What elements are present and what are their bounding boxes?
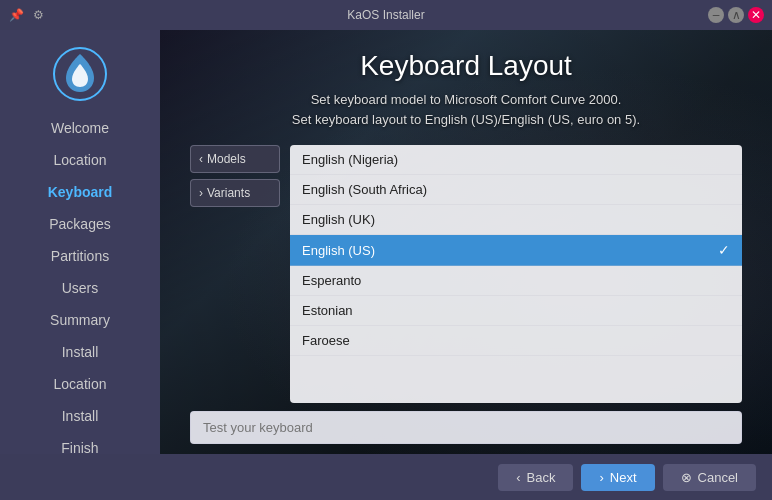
titlebar-left-icons: 📌 ⚙ (8, 7, 46, 23)
sidebar-nav: Welcome Location Keyboard Packages Parti… (0, 112, 160, 454)
list-item[interactable]: Esperanto (290, 266, 742, 296)
page-title: Keyboard Layout (190, 50, 742, 82)
sidebar-item-install2[interactable]: Install (0, 400, 160, 432)
sidebar-item-summary[interactable]: Summary (0, 304, 160, 336)
test-input-row (190, 411, 742, 444)
window-content: Welcome Location Keyboard Packages Parti… (0, 30, 772, 454)
side-buttons: ‹ Models › Variants (190, 145, 280, 403)
next-button[interactable]: › Next (581, 464, 654, 491)
variants-icon: › (199, 186, 203, 200)
variants-button[interactable]: › Variants (190, 179, 280, 207)
list-item[interactable]: Estonian (290, 296, 742, 326)
models-icon: ‹ (199, 152, 203, 166)
list-item-selected[interactable]: English (US) ✓ (290, 235, 742, 266)
minimize-button[interactable]: – (708, 7, 724, 23)
titlebar-title: KaOS Installer (347, 8, 424, 22)
list-item[interactable]: English (Nigeria) (290, 145, 742, 175)
sidebar-item-keyboard[interactable]: Keyboard (0, 176, 160, 208)
bottom-bar: ‹ Back › Next ⊗ Cancel (0, 454, 772, 500)
main-area: Keyboard Layout Set keyboard model to Mi… (160, 30, 772, 454)
sidebar-logo (50, 46, 110, 102)
page-subtitle: Set keyboard model to Microsoft Comfort … (190, 90, 742, 129)
sidebar-item-install1[interactable]: Install (0, 336, 160, 368)
list-item[interactable]: Faroese (290, 326, 742, 356)
content-panel: Keyboard Layout Set keyboard model to Mi… (160, 30, 772, 454)
back-icon: ‹ (516, 470, 520, 485)
cancel-icon: ⊗ (681, 470, 692, 485)
sidebar-item-finish[interactable]: Finish (0, 432, 160, 454)
sidebar-item-location1[interactable]: Location (0, 144, 160, 176)
keyboard-list[interactable]: English (Nigeria) English (South Africa)… (290, 145, 742, 403)
list-item[interactable]: English (UK) (290, 205, 742, 235)
keyboard-list-container: English (Nigeria) English (South Africa)… (290, 145, 742, 403)
sidebar-item-packages[interactable]: Packages (0, 208, 160, 240)
models-button[interactable]: ‹ Models (190, 145, 280, 173)
maximize-button[interactable]: ∧ (728, 7, 744, 23)
keyboard-layout-row: ‹ Models › Variants English (Nigeria) (190, 145, 742, 403)
next-icon: › (599, 470, 603, 485)
cancel-button[interactable]: ⊗ Cancel (663, 464, 756, 491)
test-keyboard-input[interactable] (190, 411, 742, 444)
close-button[interactable]: ✕ (748, 7, 764, 23)
sidebar-item-users[interactable]: Users (0, 272, 160, 304)
sidebar-item-welcome[interactable]: Welcome (0, 112, 160, 144)
pin-icon[interactable]: 📌 (8, 7, 24, 23)
checkmark-icon: ✓ (718, 242, 730, 258)
sidebar-item-location2[interactable]: Location (0, 368, 160, 400)
titlebar-controls: – ∧ ✕ (708, 7, 764, 23)
gear-icon[interactable]: ⚙ (30, 7, 46, 23)
titlebar: 📌 ⚙ KaOS Installer – ∧ ✕ (0, 0, 772, 30)
sidebar: Welcome Location Keyboard Packages Parti… (0, 30, 160, 454)
list-item[interactable]: English (South Africa) (290, 175, 742, 205)
sidebar-item-partitions[interactable]: Partitions (0, 240, 160, 272)
back-button[interactable]: ‹ Back (498, 464, 573, 491)
